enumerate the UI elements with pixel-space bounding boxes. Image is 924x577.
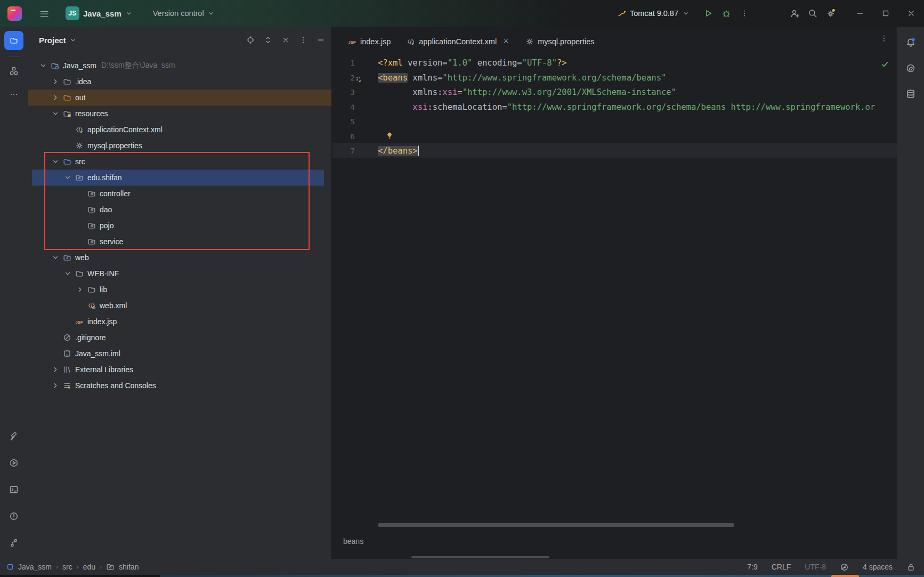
window-close-button[interactable] xyxy=(898,0,924,27)
problems-icon xyxy=(9,511,19,521)
hide-panel-icon[interactable] xyxy=(317,36,325,44)
tree-item-label: Scratches and Consoles xyxy=(75,381,156,390)
tree-item-index-jsp[interactable]: JSP index.jsp xyxy=(28,314,331,330)
unlock-icon[interactable] xyxy=(906,563,915,572)
line-number: 5 xyxy=(350,115,355,130)
tool-notifications-button[interactable] xyxy=(901,33,920,52)
chev-open-icon[interactable] xyxy=(38,61,48,70)
project-badge: JS xyxy=(66,6,79,20)
tree-item--gitignore[interactable]: .gitignore xyxy=(28,330,331,346)
tree-item-src[interactable]: src xyxy=(28,154,331,170)
tree-item-lib[interactable]: lib xyxy=(28,282,331,298)
file-encoding[interactable]: UTF-8 xyxy=(805,563,826,571)
tree-item-label: mysql.properties xyxy=(87,141,142,150)
vcs-widget[interactable]: Version control xyxy=(153,9,215,18)
tree-item-java-ssm-iml[interactable]: Java_ssm.iml xyxy=(28,346,331,362)
chev-closed-icon[interactable] xyxy=(51,365,61,374)
tree-item-web[interactable]: web xyxy=(28,250,331,266)
chev-open-icon[interactable] xyxy=(63,173,73,182)
intention-bulb-icon[interactable] xyxy=(385,131,394,140)
chev-open-icon[interactable] xyxy=(51,157,61,166)
tree-item-controller[interactable]: controller xyxy=(28,186,331,202)
editor-options-icon[interactable] xyxy=(880,34,888,43)
tool-database-button[interactable] xyxy=(901,84,920,103)
tree-item-label: web xyxy=(75,253,89,262)
chev-closed-icon[interactable] xyxy=(51,381,61,390)
expand-all-icon[interactable] xyxy=(264,36,272,44)
editor-tab-index-jsp[interactable]: JSPindex.jsp xyxy=(340,27,399,56)
hammer-icon xyxy=(9,431,19,441)
tree-item-out[interactable]: out xyxy=(28,90,331,106)
caret-position[interactable]: 7:9 xyxy=(747,563,757,571)
code-with-me-button[interactable] xyxy=(785,4,804,22)
tree-item-edu-shifan[interactable]: edu.shifan xyxy=(28,170,331,186)
chev-closed-icon[interactable] xyxy=(51,77,61,86)
chev-open-icon[interactable] xyxy=(51,109,61,118)
more-actions-button[interactable] xyxy=(735,4,753,22)
tree-item-label: .idea xyxy=(75,77,91,86)
tree-item-external-libraries[interactable]: External Libraries xyxy=(28,362,331,378)
chev-open-icon[interactable] xyxy=(63,269,73,278)
panel-options-icon[interactable] xyxy=(299,36,307,44)
window-minimize-button[interactable] xyxy=(847,0,873,27)
tool-git-button[interactable] xyxy=(4,533,23,552)
main-menu-button[interactable] xyxy=(35,4,53,22)
status-crumb-edu[interactable]: edu xyxy=(83,563,95,571)
spring-xml-icon xyxy=(407,37,415,46)
debug-button[interactable] xyxy=(717,4,735,22)
chev-closed-icon[interactable] xyxy=(51,93,61,102)
settings-button[interactable] xyxy=(822,4,840,22)
tool-more-button[interactable] xyxy=(4,85,23,104)
tool-services-button[interactable] xyxy=(4,453,23,472)
tree-item-dao[interactable]: dao xyxy=(28,202,331,218)
status-crumb-shifan[interactable]: shifan xyxy=(106,563,139,571)
search-everywhere-button[interactable] xyxy=(804,4,822,22)
indent-setting[interactable]: 4 spaces xyxy=(863,563,893,571)
tree-item-label: resources xyxy=(75,109,108,118)
tab-close-icon[interactable] xyxy=(502,37,509,46)
folder-excluded-icon xyxy=(62,93,72,102)
locate-file-icon[interactable] xyxy=(246,36,255,44)
window-maximize-button[interactable] xyxy=(873,0,898,27)
tree-item-scratches-and-consoles[interactable]: Scratches and Consoles xyxy=(28,378,331,394)
collapse-all-icon[interactable] xyxy=(281,36,290,44)
breadcrumb-beans[interactable]: beans xyxy=(343,537,363,546)
tree-item-resources[interactable]: resources xyxy=(28,106,331,122)
tree-item-web-xml[interactable]: web.xml xyxy=(28,298,331,314)
editor-tab-mysql-properties[interactable]: mysql.properties xyxy=(517,27,602,56)
tool-build-button[interactable] xyxy=(4,427,23,446)
run-button[interactable] xyxy=(699,4,717,22)
bell-icon xyxy=(905,37,916,48)
tree-item-web-inf[interactable]: WEB-INF xyxy=(28,266,331,282)
tree-item-applicationcontext-xml[interactable]: applicationContext.xml xyxy=(28,122,331,138)
line-ending[interactable]: CRLF xyxy=(772,563,791,571)
tool-problems-button[interactable] xyxy=(4,507,23,526)
tree-item-label: service xyxy=(100,237,123,246)
horizontal-scrollbar[interactable] xyxy=(378,523,734,527)
chev-open-icon[interactable] xyxy=(51,253,61,262)
tool-terminal-button[interactable] xyxy=(4,480,23,499)
line-number: 7 xyxy=(350,144,355,159)
tool-ai-assistant-button[interactable] xyxy=(901,59,920,78)
tree-item-label: out xyxy=(75,93,85,102)
code-line-6 xyxy=(378,130,897,145)
tool-structure-button[interactable] xyxy=(4,61,23,81)
module-icon xyxy=(6,563,14,571)
code-editor[interactable]: 1234567 <?xml version="1.0" encoding="UT… xyxy=(333,56,897,534)
project-widget[interactable]: JS Java_ssm xyxy=(66,6,133,20)
chevron-down-icon[interactable] xyxy=(69,36,77,44)
tree-item-mysql-properties[interactable]: mysql.properties xyxy=(28,138,331,154)
status-crumb-src[interactable]: src xyxy=(62,563,72,571)
tree-item-java-ssm[interactable]: Java_ssm D:\ssm整合\Java_ssm xyxy=(28,58,331,74)
status-crumb-java-ssm[interactable]: Java_ssm xyxy=(18,563,52,571)
editor-tab-applicationcontext-xml[interactable]: applicationContext.xml xyxy=(399,27,517,56)
tab-scroll-thumb[interactable] xyxy=(411,556,549,558)
run-configuration[interactable]: Tomcat 9.0.87 xyxy=(618,9,690,18)
chev-closed-icon[interactable] xyxy=(75,285,85,294)
tree-item-pojo[interactable]: pojo xyxy=(28,218,331,234)
code-line-2: <beans xmlns="http://www.springframework… xyxy=(378,71,897,86)
tool-project-button[interactable] xyxy=(4,31,23,50)
tree-item-service[interactable]: service xyxy=(28,234,331,250)
highlighting-level-icon[interactable] xyxy=(840,563,849,572)
tree-item--idea[interactable]: .idea xyxy=(28,74,331,90)
